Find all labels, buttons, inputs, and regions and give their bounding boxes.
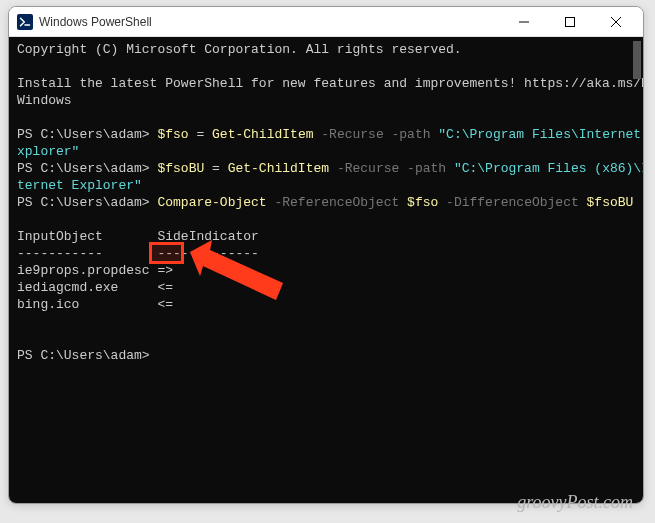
table-header: InputObject SideIndicator xyxy=(17,228,635,245)
powershell-window: Windows PowerShell Copyright (C) Microso… xyxy=(8,6,644,504)
command-line-1-wrap: xplorer" xyxy=(17,143,635,160)
blank-line xyxy=(17,211,635,228)
command-line-1: PS C:\Users\adam> $fso = Get-ChildItem -… xyxy=(17,126,635,143)
prompt-line: PS C:\Users\adam> xyxy=(17,347,635,364)
table-row: bing.ico <= xyxy=(17,296,635,313)
copyright-line: Copyright (C) Microsoft Corporation. All… xyxy=(17,41,635,58)
blank-line xyxy=(17,109,635,126)
command-line-3: PS C:\Users\adam> Compare-Object -Refere… xyxy=(17,194,635,211)
terminal-output[interactable]: Copyright (C) Microsoft Corporation. All… xyxy=(9,37,643,503)
table-row: iediagcmd.exe <= xyxy=(17,279,635,296)
blank-line xyxy=(17,313,635,330)
scrollbar-thumb[interactable] xyxy=(633,41,641,79)
close-button[interactable] xyxy=(593,7,639,37)
titlebar[interactable]: Windows PowerShell xyxy=(9,7,643,37)
window-controls xyxy=(501,7,639,37)
minimize-button[interactable] xyxy=(501,7,547,37)
install-msg: Windows xyxy=(17,92,635,109)
install-msg: Install the latest PowerShell for new fe… xyxy=(17,75,635,92)
window-title: Windows PowerShell xyxy=(39,15,501,29)
table-divider: ----------- ------------- xyxy=(17,245,635,262)
powershell-icon xyxy=(17,14,33,30)
blank-line xyxy=(17,58,635,75)
command-line-2: PS C:\Users\adam> $fsoBU = Get-ChildItem… xyxy=(17,160,635,177)
blank-line xyxy=(17,330,635,347)
svg-rect-1 xyxy=(566,17,575,26)
command-line-2-wrap: ternet Explorer" xyxy=(17,177,635,194)
table-row: ie9props.propdesc => xyxy=(17,262,635,279)
maximize-button[interactable] xyxy=(547,7,593,37)
